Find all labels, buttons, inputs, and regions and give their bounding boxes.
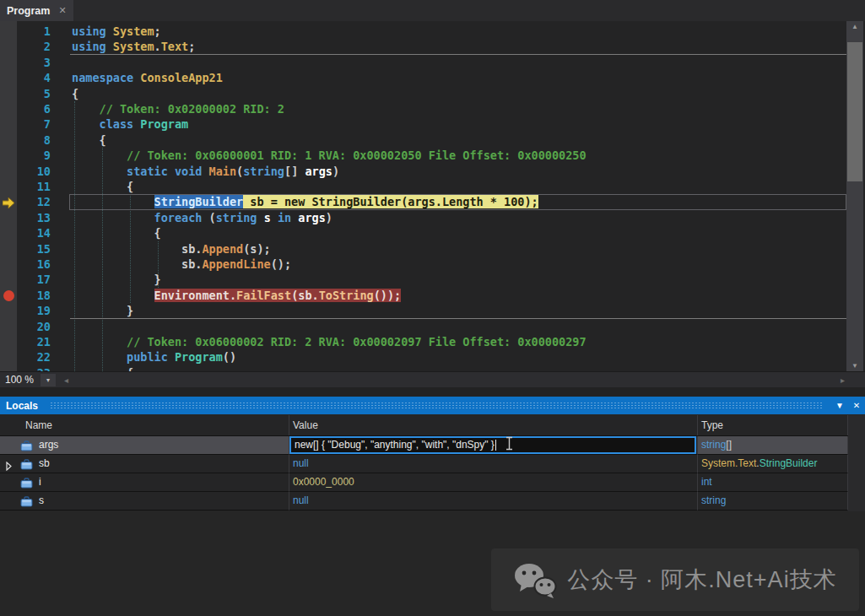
code-line[interactable]: 17 } [0,272,865,288]
locals-name-cell[interactable]: s [0,492,289,511]
line-number: 13 [0,210,52,225]
code-line[interactable]: 11 { [0,179,865,195]
code-line[interactable]: 2using System.Text; [0,39,865,55]
code-text: } [72,273,161,286]
line-number: 11 [0,179,52,194]
scroll-down-icon[interactable]: ▼ [846,360,863,371]
variable-icon [20,458,33,473]
line-number: 17 [0,272,52,287]
column-header-value[interactable]: Value [289,415,698,435]
code-line[interactable]: 8 { [0,132,865,149]
locals-value-cell[interactable]: new[] { "Debug", "anything", "with", "dn… [289,436,698,455]
panel-separator [0,387,865,397]
locals-name-cell[interactable]: i [0,473,289,492]
code-line[interactable]: 18 Environment.FailFast(sb.ToString()); [0,288,865,304]
line-number: 21 [0,334,52,349]
watermark-text: 公众号 · 阿木.Net+Ai技术 [567,565,836,595]
panel-menu-icon[interactable]: ▼ [831,401,848,410]
locals-table-right-gutter [848,415,865,511]
code-line[interactable]: 13 foreach (string s in args) [0,210,865,226]
code-line[interactable]: 6 // Token: 0x02000002 RID: 2 [0,101,865,117]
code-line[interactable]: 22 public Program() [0,349,865,365]
code-line[interactable]: 12 StringBuilder sb = new StringBuilder(… [0,194,865,210]
line-number: 19 [0,303,52,318]
code-text: { [72,180,133,193]
locals-value-cell[interactable]: null [289,492,698,511]
locals-value-cell[interactable]: 0x0000_0000 [289,473,698,492]
locals-row-i[interactable]: i0x0000_0000int [0,473,848,492]
code-text: StringBuilder sb = new StringBuilder(arg… [72,195,538,208]
vertical-scrollbar-thumb[interactable] [847,42,862,181]
code-line[interactable]: 5{ [0,86,865,102]
code-text: using System; [72,24,161,38]
code-line[interactable]: 14 { [0,225,865,241]
locals-panel-titlebar[interactable]: Locals ▼ ✕ [0,397,865,414]
locals-table-header: Name Value Type [0,415,848,436]
variable-icon [20,440,33,455]
line-number: 10 [0,164,52,179]
code-line[interactable]: 16 sb.AppendLine(); [0,257,865,273]
line-number: 5 [0,86,52,101]
breakpoint-icon[interactable] [3,290,14,301]
locals-name-cell[interactable]: args [0,436,289,455]
dnspy-debugger-window: Program ✕ 1using System;2using System.Te… [0,0,865,616]
zoom-dropdown-button[interactable]: ▾ [41,374,56,386]
locals-type-cell: int [698,473,848,492]
code-line[interactable]: 9 // Token: 0x06000001 RID: 1 RVA: 0x000… [0,148,865,164]
code-text: Environment.FailFast(sb.ToString()); [72,289,401,302]
line-number: 3 [0,55,52,70]
code-line[interactable]: 15 sb.Append(s); [0,241,865,257]
ibeam-cursor-icon [505,436,514,455]
tab-program[interactable]: Program ✕ [0,0,73,21]
variable-name: args [39,436,58,454]
panel-close-icon[interactable]: ✕ [848,401,865,410]
vertical-scrollbar[interactable]: ▲ ▼ [846,21,863,371]
code-line[interactable]: 3 [0,55,865,71]
tab-close-icon[interactable]: ✕ [58,6,66,15]
code-text: { [72,133,106,147]
locals-row-args[interactable]: argsnew[] { "Debug", "anything", "with",… [0,436,848,455]
code-text: sb.Append(s); [72,242,271,256]
locals-type-cell: string [698,492,848,511]
line-number: 8 [0,132,52,148]
code-editor[interactable]: 1using System;2using System.Text;34names… [0,21,865,371]
column-header-type[interactable]: Type [698,415,848,435]
variable-icon [20,495,33,511]
code-line[interactable]: 7 class Program [0,116,865,132]
code-text: namespace ConsoleApp21 [72,71,223,84]
variable-icon [20,477,33,492]
zoom-level-control[interactable]: 100 % [0,372,39,388]
locals-type-cell: System.Text.StringBuilder [698,455,848,473]
code-line[interactable]: 20 [0,319,865,335]
code-line[interactable]: 19 } [0,303,865,319]
code-text: } [72,304,133,317]
locals-value-cell[interactable]: null [289,455,698,473]
scroll-up-icon[interactable]: ▲ [846,21,863,32]
line-number: 20 [0,319,52,334]
locals-row-s[interactable]: snullstring [0,492,848,511]
tab-title: Program [7,5,50,17]
editor-bottom-bar: 100 % ▾ ◂ ▸ [0,371,865,387]
scroll-right-icon[interactable]: ▸ [841,372,845,388]
variable-name: i [39,473,41,491]
code-line[interactable]: 21 // Token: 0x06000002 RID: 2 RVA: 0x00… [0,334,865,350]
locals-table: Name Value Type argsnew[] { "Debug", "an… [0,415,848,511]
bottom-area: 公众号 · 阿木.Net+Ai技术 [0,511,865,616]
scroll-left-icon[interactable]: ◂ [64,372,68,388]
code-line[interactable]: 1using System; [0,24,865,40]
column-header-name[interactable]: Name [0,415,289,435]
locals-row-sb[interactable]: sbnullSystem.Text.StringBuilder [0,455,848,473]
locals-name-cell[interactable]: sb [0,455,289,473]
code-line[interactable]: 10 static void Main(string[] args) [0,164,865,180]
value-edit-input[interactable]: new[] { "Debug", "anything", "with", "dn… [289,436,696,454]
expander-icon[interactable] [6,459,12,473]
line-number: 4 [0,70,52,85]
code-text: { [72,226,161,240]
watermark: 公众号 · 阿木.Net+Ai技术 [491,548,859,611]
code-text: // Token: 0x06000001 RID: 1 RVA: 0x00002… [72,149,587,162]
code-line[interactable]: 4namespace ConsoleApp21 [0,70,865,86]
line-number: 14 [0,225,52,240]
locals-panel-title: Locals [0,400,38,412]
code-line[interactable]: 23 { [0,365,865,371]
line-number: 1 [0,24,52,39]
